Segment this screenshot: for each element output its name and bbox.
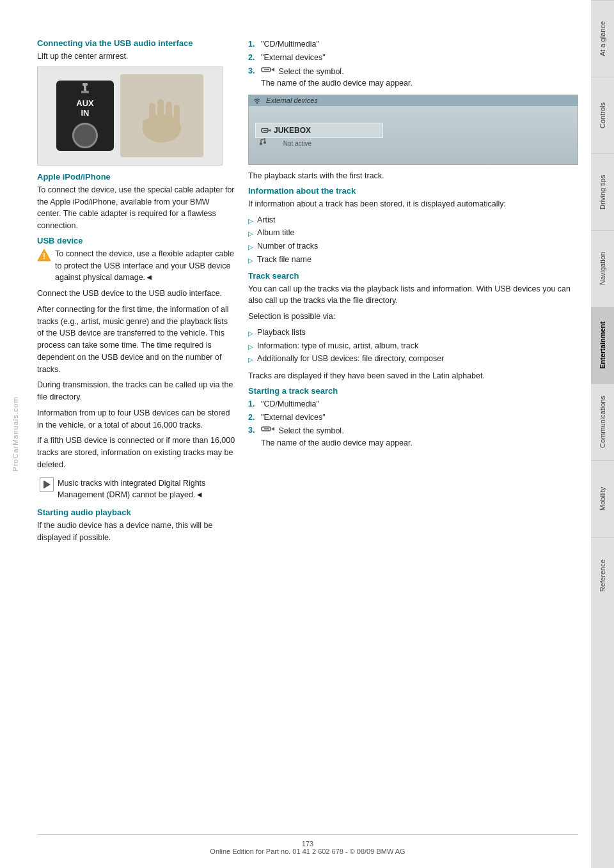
- bullet-artist: Artist: [257, 214, 275, 226]
- item-text-1b: "CD/Multimedia": [261, 398, 319, 410]
- tri-bullet-icon: ▷: [248, 229, 253, 238]
- svg-rect-4: [157, 99, 164, 125]
- num-1: 1.: [248, 38, 257, 50]
- item-text-1: "CD/Multimedia": [261, 38, 319, 50]
- list-item: ▷ Album title: [248, 227, 578, 239]
- drm-box: Music tracks with integrated Digital Rig…: [37, 475, 235, 504]
- drm-icon: [40, 477, 54, 492]
- wifi-icon: [253, 97, 262, 105]
- list-item: 2. "External devices": [248, 412, 578, 424]
- section-track-search: Track search You can call up the tracks …: [248, 271, 578, 382]
- bullet-album: Album title: [257, 227, 294, 239]
- svg-rect-0: [83, 83, 88, 86]
- sidebar-tab-navigation[interactable]: Navigation: [591, 230, 614, 307]
- alert-row: ! To connect the device, use a flexible …: [37, 248, 235, 284]
- ipod-text: To connect the device, use the special c…: [37, 184, 235, 232]
- section-info-track: Information about the track If informati…: [248, 186, 578, 266]
- sidebar-tab-label: Reference: [599, 559, 606, 592]
- page-footer: 173 Online Edition for Part no. 01 41 2 …: [37, 834, 578, 855]
- usb-para5: If a fifth USB device is connected or if…: [37, 435, 235, 470]
- in-label: IN: [81, 108, 90, 118]
- tri-bullet-icon: ▷: [248, 256, 253, 265]
- sidebar-tab-label: Communications: [599, 396, 606, 449]
- tri-bullet-icon: ▷: [248, 242, 253, 252]
- tri-bullet-icon: ▷: [248, 355, 253, 364]
- usb-device-heading: USB device: [37, 236, 235, 245]
- aux-in-device: AUX IN: [56, 81, 114, 151]
- right-column: 1. "CD/Multimedia" 2. "External devices"…: [248, 38, 578, 821]
- track-search-para1: You can call up the tracks via the playb…: [248, 283, 578, 307]
- track-search-note: Tracks are displayed if they have been s…: [248, 370, 578, 382]
- item-text-3b: Select the symbol.The name of the audio …: [261, 424, 413, 449]
- sidebar-tab-label: Mobility: [599, 487, 606, 511]
- svg-marker-13: [271, 68, 274, 72]
- bullet-filename: Track file name: [257, 254, 311, 266]
- alert-triangle-icon: !: [37, 249, 51, 261]
- sidebar-tab-entertainment[interactable]: Entertainment: [591, 307, 614, 384]
- sidebar-tab-at-glance[interactable]: At a glance: [591, 0, 614, 77]
- sidebar-tab-controls[interactable]: Controls: [591, 77, 614, 153]
- num-3: 3.: [248, 65, 257, 77]
- svg-marker-10: [44, 481, 51, 488]
- playback-note: The playback starts with the first track…: [248, 170, 578, 182]
- svg-rect-1: [84, 86, 86, 91]
- numbered-list-top: 1. "CD/Multimedia" 2. "External devices"…: [248, 38, 578, 89]
- svg-rect-6: [174, 105, 180, 126]
- usb-connect-heading: Connecting via the USB audio interface: [37, 38, 235, 48]
- select-symbol-2: [261, 424, 276, 433]
- sidebar-tab-label: At a glance: [599, 21, 606, 56]
- section-usb-device: USB device ! To connect the device, use …: [37, 236, 235, 504]
- bullet-tracks: Number of tracks: [257, 240, 318, 252]
- item-text-3: Select the symbol.The name of the audio …: [261, 65, 413, 90]
- list-item: ▷ Additionally for USB devices: file dir…: [248, 353, 578, 365]
- item-text-2: "External devices": [261, 52, 326, 64]
- two-col-layout: Connecting via the USB audio interface L…: [37, 38, 578, 821]
- info-track-heading: Information about the track: [248, 186, 578, 196]
- bullet-info: Information: type of music, artist, albu…: [257, 340, 418, 352]
- item-text-2b: "External devices": [261, 412, 326, 424]
- sidebar-tab-label: Entertainment: [599, 322, 606, 369]
- alert-text: To connect the device, use a flexible ad…: [55, 248, 235, 284]
- select-symbol-icon-2: [261, 424, 275, 433]
- aux-connector: [72, 123, 98, 148]
- watermark-text: ProCarManuals.com: [12, 396, 19, 471]
- list-item: ▷ Track file name: [248, 254, 578, 266]
- section-ipod: Apple iPod/iPhone To connect the device,…: [37, 172, 235, 232]
- sidebar-tab-mobility[interactable]: Mobility: [591, 460, 614, 537]
- bullet-usb: Additionally for USB devices: file direc…: [257, 353, 444, 365]
- right-sidebar: At a glance Controls Driving tips Naviga…: [591, 0, 614, 868]
- num-3b: 3.: [248, 424, 257, 437]
- list-item: ▷ Information: type of music, artist, al…: [248, 340, 578, 352]
- tri-bullet-icon: ▷: [248, 342, 253, 352]
- hand-svg: [130, 84, 194, 148]
- tri-bullet-icon: ▷: [248, 216, 253, 226]
- ipod-heading: Apple iPod/iPhone: [37, 172, 235, 182]
- list-item: 1. "CD/Multimedia": [248, 398, 578, 410]
- sidebar-tab-label: Driving tips: [599, 174, 606, 209]
- usb-para1: Connect the USB device to the USB audio …: [37, 288, 235, 300]
- select-symbol-icon: [261, 65, 275, 74]
- ext-devices-titlebar: External devices: [249, 95, 578, 106]
- info-track-intro: If information about a track has been st…: [248, 198, 578, 210]
- ext-devices-screenshot: External devices: [248, 95, 578, 165]
- svg-rect-7: [143, 119, 150, 133]
- sidebar-tab-communications[interactable]: Communications: [591, 384, 614, 460]
- page-number: 173: [302, 840, 313, 848]
- list-item: ▷ Artist: [248, 214, 578, 226]
- usb-para2: After connecting for the first time, the…: [37, 304, 235, 376]
- section-starting-track: Starting a track search 1. "CD/Multimedi…: [248, 386, 578, 449]
- starting-track-heading: Starting a track search: [248, 386, 578, 396]
- sidebar-tab-driving-tips[interactable]: Driving tips: [591, 153, 614, 230]
- list-item: 3. Select the symbol.The name of t: [248, 424, 578, 449]
- aux-label: AUX: [76, 98, 93, 108]
- track-search-heading: Track search: [248, 271, 578, 281]
- jukebox-label: JUKEBOX: [274, 126, 311, 135]
- sidebar-tab-reference[interactable]: Reference: [591, 537, 614, 614]
- list-item: 3. Select the symbol.The name of the aud…: [248, 65, 578, 90]
- list-item: ▷ Playback lists: [248, 327, 578, 339]
- page-container: ProCarManuals.com Connecting via the USB…: [0, 0, 614, 868]
- list-item: 2. "External devices": [248, 52, 578, 64]
- sidebar-tab-label: Navigation: [599, 252, 606, 286]
- list-item: 1. "CD/Multimedia": [248, 38, 578, 50]
- svg-marker-22: [271, 427, 274, 431]
